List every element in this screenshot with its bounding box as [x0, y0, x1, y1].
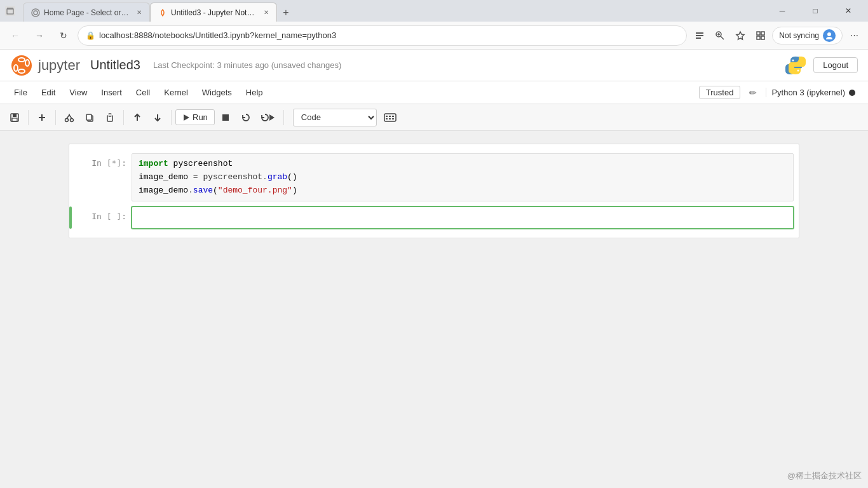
svg-rect-42 — [222, 114, 229, 121]
edit-notebook-name-icon[interactable]: ✏ — [745, 86, 761, 99]
jupyter-header-right: Logout — [784, 54, 858, 77]
add-cell-button[interactable] — [32, 108, 51, 127]
svg-rect-14 — [757, 36, 760, 39]
move-up-button[interactable] — [128, 108, 147, 127]
run-button[interactable]: Run — [175, 109, 215, 125]
cell-left-border-1 — [69, 153, 72, 201]
kernel-info: Python 3 (ipykernel) — [766, 88, 860, 97]
cell-prompt-1: In [*]: — [74, 153, 132, 168]
cell-content-2[interactable] — [132, 207, 794, 229]
trusted-button[interactable]: Trusted — [699, 86, 741, 99]
back-button[interactable]: ← — [5, 25, 25, 46]
tab-jupyter[interactable]: Untitled3 - Jupyter Notebook ✕ — [150, 3, 277, 22]
svg-point-16 — [827, 32, 831, 36]
sync-label: Not syncing — [779, 31, 819, 40]
menu-kernel[interactable]: Kernel — [158, 85, 194, 100]
svg-rect-6 — [696, 37, 701, 39]
restart-run-button[interactable] — [257, 108, 280, 127]
stop-button[interactable] — [216, 108, 235, 127]
svg-rect-49 — [389, 118, 391, 119]
tab-jupyter-label: Untitled3 - Jupyter Notebook — [171, 8, 257, 17]
svg-rect-35 — [86, 114, 92, 120]
jupyter-wordmark: jupyter — [38, 57, 80, 74]
more-button[interactable]: ⋯ — [845, 27, 863, 44]
svg-rect-47 — [392, 116, 394, 117]
forward-button[interactable]: → — [29, 25, 50, 46]
menu-view[interactable]: View — [63, 85, 93, 100]
menu-bar: File Edit View Insert Cell Kernel Widget… — [0, 81, 868, 104]
svg-point-29 — [65, 118, 69, 121]
maximize-button[interactable]: □ — [801, 0, 830, 22]
tabs-area: Home Page - Select or create a... ✕ Unti… — [23, 0, 765, 22]
toolbar-sep-2 — [55, 110, 56, 125]
svg-point-2 — [32, 9, 39, 17]
tab-home-favicon — [31, 8, 40, 17]
python-logo-icon — [784, 54, 807, 77]
toolbar-sep-1 — [28, 110, 29, 125]
tab-jupyter-favicon — [158, 8, 167, 17]
svg-rect-48 — [386, 118, 388, 119]
menu-right: Trusted ✏ Python 3 (ipykernel) — [699, 86, 860, 99]
minimize-button[interactable]: ─ — [768, 0, 797, 22]
lock-icon: 🔒 — [86, 31, 95, 40]
svg-rect-5 — [696, 35, 703, 36]
menu-items: File Edit View Insert Cell Kernel Widget… — [8, 85, 699, 100]
svg-point-23 — [797, 69, 799, 71]
run-label: Run — [193, 112, 208, 122]
svg-rect-38 — [108, 114, 112, 116]
reader-mode-button[interactable] — [691, 27, 709, 44]
copy-button[interactable] — [80, 108, 99, 127]
reload-button[interactable]: ↻ — [53, 25, 74, 46]
keyword-import: import — [139, 159, 168, 168]
toolbar-sep-3 — [123, 110, 124, 125]
watermark: @稀土掘金技术社区 — [787, 470, 862, 482]
tab-jupyter-close[interactable]: ✕ — [264, 9, 269, 16]
save-button[interactable] — [5, 108, 24, 127]
kernel-name: Python 3 (ipykernel) — [771, 88, 845, 97]
close-button[interactable]: ✕ — [834, 0, 863, 22]
notebook-area: In [*]: import pyscreenshot image_demo =… — [0, 131, 868, 488]
url-text: localhost:8888/notebooks/Untitled3.ipynb… — [99, 30, 679, 40]
collections-button[interactable] — [752, 27, 770, 44]
menu-file[interactable]: File — [8, 85, 34, 100]
svg-rect-1 — [7, 8, 13, 10]
new-tab-button[interactable]: + — [277, 4, 295, 22]
menu-insert[interactable]: Insert — [95, 85, 128, 100]
move-down-button[interactable] — [148, 108, 167, 127]
svg-rect-0 — [7, 9, 13, 14]
code-cell-2: In [ ]: — [69, 204, 799, 231]
menu-edit[interactable]: Edit — [35, 85, 62, 100]
svg-rect-50 — [392, 118, 394, 119]
address-bar: ← → ↻ 🔒 localhost:8888/notebooks/Untitle… — [0, 22, 868, 50]
tab-home-close[interactable]: ✕ — [137, 9, 142, 16]
kernel-status-dot — [849, 90, 855, 96]
svg-line-8 — [721, 36, 724, 39]
jupyter-header: jupyter Untitled3 Last Checkpoint: 3 min… — [0, 50, 868, 81]
menu-widgets[interactable]: Widgets — [196, 85, 238, 100]
cell-prompt-2: In [ ]: — [74, 207, 132, 221]
toolbar: Run Code Markdown Raw NBConvert Heading — [0, 104, 868, 131]
svg-rect-13 — [761, 32, 764, 35]
window-right-controls: ─ □ ✕ — [768, 0, 863, 22]
menu-help[interactable]: Help — [240, 85, 269, 100]
jupyter-logo-icon — [10, 54, 33, 77]
url-bar[interactable]: 🔒 localhost:8888/notebooks/Untitled3.ipy… — [78, 25, 687, 46]
cell-content-1[interactable]: import pyscreenshot image_demo = pyscree… — [132, 153, 794, 201]
paste-button[interactable] — [100, 108, 119, 127]
logout-button[interactable]: Logout — [813, 57, 858, 73]
svg-marker-11 — [736, 32, 744, 39]
svg-marker-41 — [184, 114, 189, 121]
favorites-button[interactable] — [731, 27, 749, 44]
restart-button[interactable] — [236, 108, 255, 127]
svg-point-22 — [792, 59, 794, 61]
svg-point-30 — [71, 118, 74, 121]
keyboard-shortcuts-button[interactable] — [381, 108, 400, 127]
cut-button[interactable] — [60, 108, 79, 127]
svg-marker-43 — [269, 114, 275, 121]
zoom-button[interactable] — [711, 27, 729, 44]
cell-type-select[interactable]: Code Markdown Raw NBConvert Heading — [293, 109, 377, 126]
notebook-title[interactable]: Untitled3 — [90, 58, 140, 72]
sync-button[interactable]: Not syncing — [772, 27, 843, 44]
menu-cell[interactable]: Cell — [130, 85, 156, 100]
tab-home[interactable]: Home Page - Select or create a... ✕ — [23, 3, 150, 22]
